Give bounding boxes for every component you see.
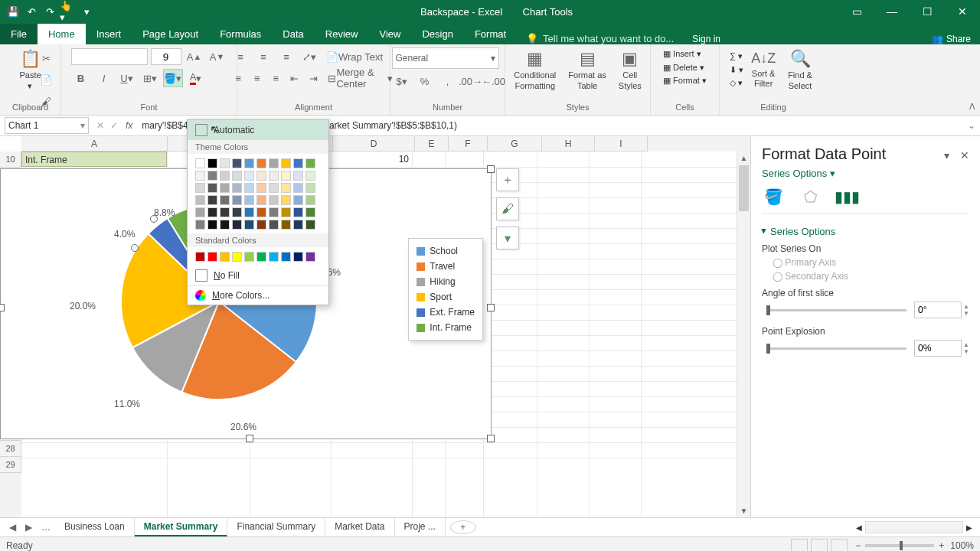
color-swatch[interactable] [293, 158, 303, 168]
panel-tab-effects-icon[interactable]: ⬠ [799, 187, 822, 207]
legend-item[interactable]: Ext. Frame [416, 305, 475, 320]
color-swatch[interactable] [220, 183, 230, 193]
fill-color-button[interactable]: 🪣▾ [163, 69, 183, 87]
color-swatch[interactable] [195, 220, 205, 230]
cut-icon[interactable]: ✂ [36, 49, 56, 67]
color-swatch[interactable] [232, 171, 242, 181]
conditional-formatting-button[interactable]: ▦Conditional Formatting [509, 47, 560, 93]
color-swatch[interactable] [269, 252, 279, 262]
format-cells-button[interactable]: ▦ Format ▾ [663, 74, 707, 88]
no-fill-item[interactable]: NNo Fillo Fill [188, 266, 328, 285]
tab-format[interactable]: Format [464, 24, 517, 44]
undo-icon[interactable]: ↶ [23, 3, 40, 20]
legend-item[interactable]: Travel [416, 259, 475, 274]
bold-icon[interactable]: B [71, 69, 91, 87]
color-swatch[interactable] [269, 171, 279, 181]
tab-review[interactable]: Review [315, 24, 369, 44]
panel-tab-fill-icon[interactable]: 🪣 [762, 187, 785, 207]
legend-item[interactable]: Int. Frame [416, 320, 475, 335]
color-swatch[interactable] [220, 171, 230, 181]
color-swatch[interactable] [293, 220, 303, 230]
color-swatch[interactable] [305, 207, 315, 217]
color-swatch[interactable] [244, 183, 254, 193]
color-swatch[interactable] [256, 207, 266, 217]
chart-elements-button[interactable]: ＋ [496, 168, 519, 191]
color-swatch[interactable] [232, 183, 242, 193]
color-swatch[interactable] [244, 207, 254, 217]
color-swatch[interactable] [195, 171, 205, 181]
column-headers[interactable]: ABCDEFGHI [21, 136, 750, 152]
color-swatch[interactable] [207, 158, 217, 168]
color-swatch[interactable] [281, 220, 291, 230]
sheet-tab[interactable]: Market Summary [135, 518, 228, 536]
autosum-icon[interactable]: ∑ ▾ [730, 50, 743, 64]
page-layout-view-icon[interactable] [811, 539, 828, 551]
color-swatch[interactable] [256, 183, 266, 193]
increase-decimal-icon[interactable]: .00→ [461, 72, 481, 90]
expand-formula-bar-icon[interactable]: ⌄ [963, 120, 980, 131]
color-swatch[interactable] [220, 195, 230, 205]
share-button[interactable]: 👥 Share [923, 34, 980, 44]
color-swatch[interactable] [244, 220, 254, 230]
horizontal-scrollbar[interactable]: ◀▶ [853, 521, 975, 533]
color-swatch[interactable] [244, 158, 254, 168]
tab-page-layout[interactable]: Page Layout [132, 24, 209, 44]
sheet-tab[interactable]: Market Data [325, 518, 394, 536]
percent-icon[interactable]: % [415, 72, 435, 90]
color-swatch[interactable] [256, 252, 266, 262]
cell-styles-button[interactable]: ▣Cell Styles [614, 47, 646, 93]
color-swatch[interactable] [281, 158, 291, 168]
decrease-decimal-icon[interactable]: ←.00 [484, 72, 504, 90]
color-swatch[interactable] [220, 158, 230, 168]
format-as-table-button[interactable]: ▤Format as Table [564, 47, 611, 93]
panel-options-icon[interactable]: ▾ [944, 149, 949, 161]
cell-A10[interactable]: Int. Frame [21, 152, 167, 167]
color-swatch[interactable] [232, 158, 242, 168]
more-colors-item[interactable]: More Colors... [188, 285, 328, 305]
zoom-level[interactable]: 100% [950, 540, 974, 551]
tab-nav-more-icon[interactable]: … [37, 522, 55, 533]
color-swatch[interactable] [207, 220, 217, 230]
color-swatch[interactable] [305, 183, 315, 193]
sort-filter-button[interactable]: A↓ZSort & Filter [746, 49, 780, 90]
color-swatch[interactable] [256, 220, 266, 230]
normal-view-icon[interactable] [791, 539, 808, 551]
color-swatch[interactable] [305, 171, 315, 181]
touch-mode-icon[interactable]: 👆▾ [60, 3, 77, 20]
tab-formulas[interactable]: Formulas [209, 24, 272, 44]
legend-item[interactable]: Sport [416, 289, 475, 305]
color-swatch[interactable] [232, 252, 242, 262]
color-swatch[interactable] [305, 252, 315, 262]
scroll-up-icon[interactable]: ▲ [737, 152, 750, 165]
chart-styles-button[interactable]: 🖌 [496, 197, 519, 220]
color-swatch[interactable] [256, 195, 266, 205]
color-swatch[interactable] [207, 195, 217, 205]
sheet-tab[interactable]: Business Loan [55, 518, 135, 536]
align-top-icon[interactable]: ≡ [230, 47, 250, 66]
delete-cells-button[interactable]: ▦ Delete ▾ [663, 61, 707, 75]
color-swatch[interactable] [220, 252, 230, 262]
maximize-icon[interactable]: ☐ [910, 0, 945, 23]
align-left-icon[interactable]: ≡ [230, 69, 246, 87]
color-swatch[interactable] [220, 207, 230, 217]
save-icon[interactable]: 💾 [5, 3, 21, 20]
font-name-input[interactable] [71, 48, 148, 65]
fill-icon[interactable]: ⬇ ▾ [730, 64, 743, 77]
minimize-icon[interactable]: — [874, 0, 910, 23]
color-swatch[interactable] [305, 158, 315, 168]
chart-legend[interactable]: SchoolTravelHikingSportExt. FrameInt. Fr… [408, 238, 483, 341]
zoom-out-icon[interactable]: − [855, 540, 861, 551]
color-swatch[interactable] [256, 158, 266, 168]
tab-nav-next-icon[interactable]: ▶ [21, 522, 37, 533]
copy-icon[interactable]: 📄 [36, 70, 56, 89]
color-swatch[interactable] [281, 207, 291, 217]
series-options-dropdown[interactable]: Series Options ▾ [762, 168, 969, 179]
font-color-icon[interactable]: A▾ [186, 69, 206, 87]
color-swatch[interactable] [293, 183, 303, 193]
standard-color-swatches[interactable] [188, 247, 328, 266]
zoom-slider[interactable] [865, 544, 934, 547]
series-options-section[interactable]: Series Options [762, 226, 969, 237]
cancel-formula-icon[interactable]: ✕ [93, 120, 107, 131]
font-size-input[interactable] [151, 48, 181, 65]
color-swatch[interactable] [220, 220, 230, 230]
